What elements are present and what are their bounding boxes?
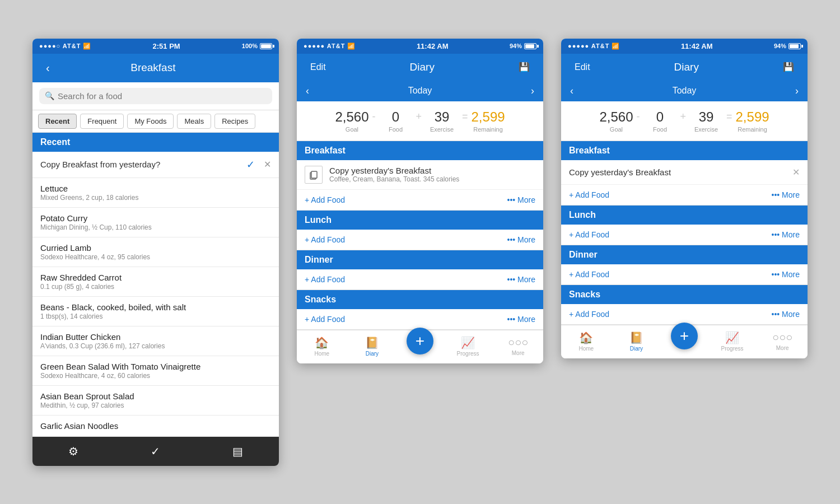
header-2: Edit Diary 💾 bbox=[297, 54, 543, 81]
copy-text-row-3: Copy yesterday's Breakfast ✕ bbox=[561, 160, 808, 185]
breakfast-add-food-button-2[interactable]: + Add Food bbox=[305, 195, 345, 204]
settings-button-1[interactable]: ⚙ bbox=[68, 445, 78, 458]
dinner-more-button-2[interactable]: ••• More bbox=[507, 275, 536, 284]
cal-goal-label-2: Goal bbox=[335, 126, 368, 133]
add-button-3[interactable]: + bbox=[671, 323, 698, 349]
food-item-curried-lamb[interactable]: Curried Lamb Sodexo Healthcare, 4 oz, 95… bbox=[32, 237, 279, 267]
meal-snacks-header-3: Snacks bbox=[561, 285, 808, 304]
status-time-1: 2:51 PM bbox=[153, 42, 180, 50]
save-button-2[interactable]: 💾 bbox=[514, 59, 534, 74]
check-button-1[interactable]: ✓ bbox=[151, 445, 160, 458]
header-1: ‹ Breakfast bbox=[32, 54, 279, 82]
battery-percent-2: 94% bbox=[510, 43, 522, 49]
nav-diary-label-3: Diary bbox=[630, 346, 643, 352]
snacks-add-food-button-3[interactable]: + Add Food bbox=[569, 310, 609, 319]
back-button-1[interactable]: ‹ bbox=[41, 59, 54, 77]
nav-progress-2[interactable]: 📈 Progress bbox=[452, 336, 484, 357]
dinner-add-food-button-2[interactable]: + Add Food bbox=[305, 275, 345, 284]
progress-icon-2: 📈 bbox=[461, 336, 475, 349]
more-icon-2: ○○○ bbox=[508, 336, 528, 349]
tab-recent-1[interactable]: Recent bbox=[38, 114, 77, 129]
meal-lunch-body-3: + Add Food ••• More bbox=[561, 225, 808, 245]
snacks-add-more-3: + Add Food ••• More bbox=[561, 304, 808, 324]
confirm-copy-icon-1[interactable]: ✓ bbox=[246, 158, 255, 171]
battery-icon-1 bbox=[260, 43, 272, 49]
signal-dots-2: ●●●●● AT&T bbox=[304, 43, 345, 49]
lunch-add-food-button-2[interactable]: + Add Food bbox=[305, 235, 345, 244]
status-bar-right-2: 94% bbox=[510, 43, 536, 49]
food-item-green-bean-salad[interactable]: Green Bean Salad With Tomato Vinaigrette… bbox=[32, 356, 279, 386]
calories-summary-3: 2,560 Goal - 0 Food + 39 Exercise = 2,59… bbox=[561, 101, 808, 141]
nav-diary-2[interactable]: 📔 Diary bbox=[356, 336, 388, 357]
snacks-more-button-2[interactable]: ••• More bbox=[507, 315, 536, 324]
dinner-more-button-3[interactable]: ••• More bbox=[772, 270, 800, 279]
food-name-green-bean-salad: Green Bean Salad With Tomato Vinaigrette bbox=[40, 362, 271, 371]
edit-button-3[interactable]: Edit bbox=[570, 60, 595, 74]
search-input-wrap-1[interactable]: 🔍 bbox=[39, 88, 272, 104]
lunch-more-button-3[interactable]: ••• More bbox=[772, 230, 800, 239]
search-icon-1: 🔍 bbox=[45, 91, 54, 100]
battery-icon-2 bbox=[524, 43, 536, 49]
breakfast-more-button-2[interactable]: ••• More bbox=[507, 195, 536, 204]
prev-day-button-3[interactable]: ‹ bbox=[570, 85, 573, 97]
dinner-add-food-button-3[interactable]: + Add Food bbox=[569, 270, 609, 279]
next-day-button-3[interactable]: › bbox=[795, 85, 799, 97]
cal-op1-3: - bbox=[633, 111, 643, 130]
lunch-add-food-button-3[interactable]: + Add Food bbox=[569, 230, 609, 239]
cal-remaining-2: 2,599 Remaining bbox=[472, 109, 505, 133]
nav-home-2[interactable]: 🏠 Home bbox=[306, 336, 338, 357]
cal-goal-label-3: Goal bbox=[599, 126, 633, 133]
edit-button-2[interactable]: Edit bbox=[306, 60, 330, 74]
food-item-raw-carrot[interactable]: Raw Shredded Carrot 0.1 cup (85 g), 4 ca… bbox=[32, 267, 279, 297]
tab-frequent-1[interactable]: Frequent bbox=[80, 114, 124, 129]
add-button-2[interactable]: + bbox=[407, 328, 433, 354]
tab-recipes-1[interactable]: Recipes bbox=[214, 114, 255, 129]
status-time-2: 11:42 AM bbox=[417, 42, 449, 50]
copy-breakfast-text-1: Copy Breakfast from yesterday? bbox=[40, 160, 160, 169]
food-item-lettuce[interactable]: Lettuce Mixed Greens, 2 cup, 18 calories bbox=[32, 178, 279, 208]
dismiss-copy-icon-1[interactable]: ✕ bbox=[264, 159, 271, 170]
nav-diary-label-2: Diary bbox=[366, 351, 379, 357]
next-day-button-2[interactable]: › bbox=[531, 85, 534, 97]
nav-progress-3[interactable]: 📈 Progress bbox=[717, 331, 748, 352]
status-bar-1: ●●●●○ AT&T 📶 2:51 PM 100% bbox=[32, 39, 279, 54]
nav-home-3[interactable]: 🏠 Home bbox=[571, 331, 602, 352]
meal-breakfast-header-2: Breakfast bbox=[297, 141, 543, 160]
barcode-button-1[interactable]: ▤ bbox=[232, 445, 243, 458]
copy-yesterday-row-2[interactable]: Copy yesterday's Breakfast Coffee, Cream… bbox=[297, 160, 543, 190]
cal-exercise-2: 39 Exercise bbox=[425, 109, 459, 133]
food-item-black-beans[interactable]: Beans - Black, cooked, boiled, with salt… bbox=[32, 297, 279, 326]
food-item-butter-chicken[interactable]: Indian Butter Chicken A'viands, 0.3 Cup … bbox=[32, 326, 279, 356]
food-item-asian-bean-sprout[interactable]: Asian Bean Sprout Salad Medithin, ½ cup,… bbox=[32, 386, 279, 416]
status-bar-left-1: ●●●●○ AT&T 📶 bbox=[39, 43, 91, 50]
nav-more-2[interactable]: ○○○ More bbox=[502, 336, 534, 356]
save-button-3[interactable]: 💾 bbox=[778, 59, 799, 74]
food-item-potato-curry[interactable]: Potato Curry Michigan Dining, ½ Cup, 110… bbox=[32, 208, 279, 237]
meal-breakfast-body-3: Copy yesterday's Breakfast ✕ + Add Food … bbox=[561, 160, 808, 206]
dismiss-copy-button-3[interactable]: ✕ bbox=[792, 167, 800, 178]
lunch-more-button-2[interactable]: ••• More bbox=[507, 235, 536, 244]
nav-more-label-3: More bbox=[776, 345, 789, 351]
nav-more-3[interactable]: ○○○ More bbox=[767, 331, 798, 351]
cal-goal-value-2: 2,560 bbox=[335, 109, 368, 125]
nav-diary-3[interactable]: 📔 Diary bbox=[620, 331, 652, 352]
breakfast-add-food-button-3[interactable]: + Add Food bbox=[569, 190, 609, 199]
breakfast-more-button-3[interactable]: ••• More bbox=[772, 190, 800, 199]
food-name-lettuce: Lettuce bbox=[40, 184, 271, 193]
food-item-garlic-noodles[interactable]: Garlic Asian Noodles bbox=[32, 416, 279, 437]
food-detail-raw-carrot: 0.1 cup (85 g), 4 calories bbox=[40, 283, 271, 291]
status-bar-right-1: 100% bbox=[242, 43, 272, 49]
food-name-curried-lamb: Curried Lamb bbox=[40, 243, 271, 253]
screen-breakfast-search: ●●●●○ AT&T 📶 2:51 PM 100% ‹ Breakfast 🔍 … bbox=[32, 39, 279, 466]
prev-day-button-2[interactable]: ‹ bbox=[306, 85, 309, 97]
copy-yesterday-text-2: Copy yesterday's Breakfast Coffee, Cream… bbox=[329, 166, 459, 183]
cal-food-3: 0 Food bbox=[643, 109, 676, 133]
search-input-1[interactable] bbox=[58, 91, 267, 101]
snacks-more-button-3[interactable]: ••• More bbox=[772, 310, 800, 319]
copy-yesterday-text-only-3: Copy yesterday's Breakfast bbox=[569, 167, 671, 177]
tab-myfoods-1[interactable]: My Foods bbox=[127, 114, 174, 129]
tab-meals-1[interactable]: Meals bbox=[177, 114, 211, 129]
food-name-black-beans: Beans - Black, cooked, boiled, with salt bbox=[40, 302, 271, 312]
snacks-add-food-button-2[interactable]: + Add Food bbox=[305, 315, 345, 324]
bottom-nav-2: 🏠 Home 📔 Diary + 📈 Progress ○○○ More bbox=[297, 330, 543, 363]
